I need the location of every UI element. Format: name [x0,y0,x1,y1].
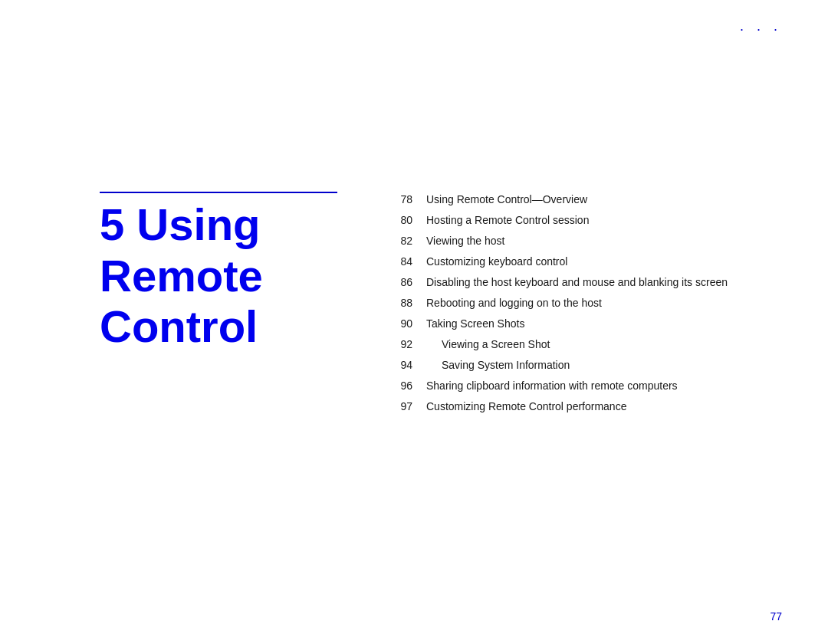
main-content: 5 UsingRemoteControl 78Using Remote Cont… [0,184,828,419]
toc-entry: 80Hosting a Remote Control session [383,212,828,228]
toc-page-number: 86 [383,274,412,291]
toc-block: 78Using Remote Control—Overview80Hosting… [337,184,828,419]
toc-entry: 86Disabling the host keyboard and mouse … [383,274,828,291]
chapter-line2: Remote [100,251,263,301]
toc-entry-text: Sharing clipboard information with remot… [426,378,828,394]
toc-entry: 96Sharing clipboard information with rem… [383,378,828,394]
toc-entry-text: Customizing keyboard control [426,254,828,270]
toc-entry: 97Customizing Remote Control performance [383,399,828,415]
toc-entry-text: Hosting a Remote Control session [426,212,828,228]
toc-entry: 92Viewing a Screen Shot [383,337,828,353]
toc-entry-text: Rebooting and logging on to the host [426,295,828,311]
toc-entry-text: Viewing the host [426,233,828,249]
toc-page-number: 88 [383,295,412,311]
page-number-footer: 77 [770,610,782,623]
page-container: · · · 5 UsingRemoteControl 78Using Remot… [0,0,828,644]
toc-entry-text: Using Remote Control—Overview [426,192,828,208]
toc-page-number: 80 [383,212,412,228]
toc-entry: 78Using Remote Control—Overview [383,192,828,208]
toc-entry: 94Saving System Information [383,357,828,373]
toc-entry-text: Saving System Information [426,357,828,373]
toc-page-number: 84 [383,254,412,270]
toc-entry: 82Viewing the host [383,233,828,249]
toc-entry-text: Viewing a Screen Shot [426,337,828,353]
toc-page-number: 96 [383,378,412,394]
chapter-title-block: 5 UsingRemoteControl [100,184,337,353]
toc-entry: 88Rebooting and logging on to the host [383,295,828,311]
toc-page-number: 97 [383,399,412,415]
toc-page-number: 94 [383,357,412,373]
chapter-line1: 5 Using [100,199,261,249]
toc-entry: 90Taking Screen Shots [383,316,828,332]
toc-page-number: 92 [383,337,412,353]
chapter-line3: Control [100,301,258,351]
toc-page-number: 82 [383,233,412,249]
toc-entry-text: Customizing Remote Control performance [426,399,828,415]
toc-entry: 84Customizing keyboard control [383,254,828,270]
toc-entry-text: Taking Screen Shots [426,316,828,332]
chapter-divider-line [100,192,337,193]
toc-entry-text: Disabling the host keyboard and mouse an… [426,274,828,291]
toc-page-number: 90 [383,316,412,332]
dots-decoration: · · · [740,21,782,38]
toc-page-number: 78 [383,192,412,208]
chapter-title: 5 UsingRemoteControl [100,199,337,353]
